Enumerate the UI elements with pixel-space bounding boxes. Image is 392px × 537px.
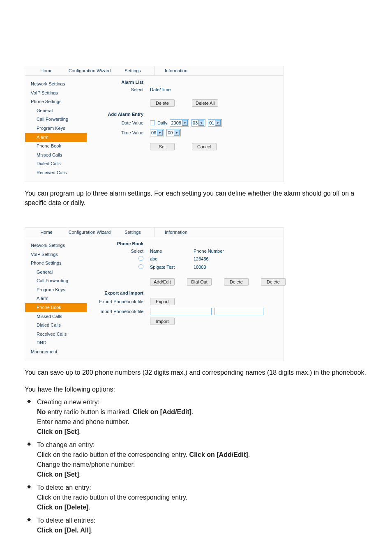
entry-radio[interactable] — [138, 256, 143, 261]
tab-info[interactable]: Information — [154, 228, 198, 237]
dial-out-button[interactable]: Dial Out — [187, 278, 212, 286]
phone-book-heading: Phone Book — [90, 241, 148, 246]
option-title: To delete an entry: — [37, 484, 91, 491]
text: Enter name and phone number. — [37, 417, 367, 427]
text: entry radio button is marked. — [46, 408, 133, 415]
delete-all-button[interactable]: Delete All — [192, 99, 218, 107]
name-header: Name — [150, 249, 191, 254]
text: . — [91, 527, 92, 534]
sidebar-phone[interactable]: Phone Settings — [25, 97, 87, 106]
alarm-description: You can program up to three alarm settin… — [25, 189, 367, 207]
table-row: Spigate Test 10000 — [90, 264, 286, 270]
day-select[interactable]: 01▾ — [208, 119, 222, 127]
option-title: To change an entry: — [37, 441, 95, 448]
phonebook-description: You can save up to 200 phone numbers (32… — [25, 368, 367, 377]
text: . — [248, 451, 250, 458]
sidebar-management[interactable]: Management — [25, 348, 87, 357]
text: Click on the radio button of the corresp… — [37, 451, 189, 458]
export-button[interactable]: Export — [150, 298, 175, 305]
sidebar-general[interactable]: General — [25, 106, 87, 115]
sidebar-voip[interactable]: VoIP Settings — [25, 89, 87, 98]
sidebar-voip[interactable]: VoIP Settings — [25, 250, 87, 259]
entry-radio[interactable] — [138, 264, 143, 269]
import-file-label: Import Phonebook file — [90, 309, 148, 314]
text: . — [79, 471, 81, 478]
number-header: Phone Number — [194, 249, 243, 254]
select-label: Select — [90, 87, 148, 92]
tab-settings[interactable]: Settings — [111, 66, 154, 75]
options-intro: You have the following options: — [25, 385, 367, 394]
sidebar: Network Settings VoIP Settings Phone Set… — [25, 76, 87, 182]
text: Click on the radio button of the corresp… — [37, 493, 367, 502]
sidebar-received[interactable]: Received Calls — [25, 330, 87, 339]
entry-name: Spigate Test — [150, 265, 191, 270]
select-label: Select — [90, 249, 148, 254]
sidebar-dnd[interactable]: DND — [25, 339, 87, 348]
sidebar-callfwd[interactable]: Call Forwarding — [25, 115, 87, 124]
set-button[interactable]: Set — [150, 143, 175, 150]
entry-name: abc — [150, 256, 191, 261]
minute-select[interactable]: 00▾ — [166, 129, 180, 136]
sidebar-progkeys[interactable]: Program Keys — [25, 124, 87, 133]
bold-text: Click on [Set] — [37, 428, 79, 435]
sidebar-alarm[interactable]: Alarm — [25, 294, 87, 303]
chevron-down-icon: ▾ — [198, 120, 204, 126]
sidebar-missed[interactable]: Missed Calls — [25, 151, 87, 160]
sidebar-received[interactable]: Received Calls — [25, 168, 87, 177]
chevron-down-icon: ▾ — [182, 120, 188, 126]
table-row: abc 123456 — [90, 256, 286, 262]
sidebar-missed[interactable]: Missed Calls — [25, 312, 87, 321]
delete-button[interactable]: Delete — [224, 278, 249, 286]
text: . — [88, 504, 90, 511]
text: . — [79, 428, 81, 435]
entry-number: 123456 — [194, 256, 243, 261]
tab-home[interactable]: Home — [25, 228, 68, 237]
sidebar-general[interactable]: General — [25, 268, 87, 277]
import-button[interactable]: Import — [150, 318, 175, 325]
sidebar-phonebook[interactable]: Phone Book — [25, 303, 87, 312]
sidebar-network[interactable]: Network Settings — [25, 241, 87, 250]
tab-wizard[interactable]: Configuration Wizard — [68, 66, 111, 75]
add-edit-button[interactable]: Add/Edit — [150, 278, 175, 286]
phonebook-content: Phone Book Select Name Phone Number abc … — [87, 237, 289, 361]
option-title: Creating a new entry: — [37, 399, 99, 406]
bold-text: Click on [Add/Edit] — [133, 408, 191, 415]
sidebar-dialed[interactable]: Dialed Calls — [25, 321, 87, 330]
month-select[interactable]: 03▾ — [191, 119, 205, 127]
sidebar-callfwd[interactable]: Call Forwarding — [25, 277, 87, 286]
text: Change the name/phone number. — [37, 460, 367, 470]
delete-button[interactable]: Delete — [150, 99, 175, 107]
text: . — [191, 408, 193, 415]
delete-button-2[interactable]: Delete — [261, 278, 286, 286]
list-item: Creating a new entry: No entry radio but… — [25, 397, 367, 437]
tab-home[interactable]: Home — [25, 66, 68, 75]
daily-label: Daily — [157, 120, 167, 125]
sidebar-progkeys[interactable]: Program Keys — [25, 286, 87, 295]
sidebar-phonebook[interactable]: Phone Book — [25, 142, 87, 151]
sidebar-alarm[interactable]: Alarm — [25, 133, 87, 142]
year-select[interactable]: 2008▾ — [170, 119, 189, 127]
chevron-down-icon: ▾ — [174, 130, 180, 136]
sidebar-dialed[interactable]: Dialed Calls — [25, 159, 87, 168]
daily-checkbox[interactable] — [150, 120, 155, 125]
tab-settings[interactable]: Settings — [111, 228, 154, 237]
bold-text: Click on [Add/Edit] — [189, 451, 248, 458]
import-path-input[interactable] — [150, 308, 212, 315]
tab-wizard[interactable]: Configuration Wizard — [68, 228, 111, 237]
sidebar-network[interactable]: Network Settings — [25, 80, 87, 89]
tab-info[interactable]: Information — [154, 66, 198, 75]
sidebar: Network Settings VoIP Settings Phone Set… — [25, 237, 87, 361]
option-title: To delete all entries: — [37, 517, 95, 524]
alarm-content: Alarm List Select Date/Time Delete Delet… — [87, 76, 283, 182]
sidebar-phone[interactable]: Phone Settings — [25, 259, 87, 268]
list-item: To change an entry: Click on the radio b… — [25, 440, 367, 479]
export-file-label: Export Phonebook file — [90, 299, 148, 304]
bold-text: Click on [Del. All] — [37, 527, 91, 534]
cancel-button[interactable]: Cancel — [192, 143, 217, 150]
phonebook-screenshot: Home Configuration Wizard Settings Infor… — [25, 227, 284, 361]
alarm-screenshot: Home Configuration Wizard Settings Infor… — [25, 66, 284, 182]
add-entry-heading: Add Alarm Entry — [90, 112, 148, 117]
export-import-heading: Export and Import — [90, 290, 148, 295]
hour-select[interactable]: 06▾ — [150, 129, 164, 136]
browse-input[interactable] — [214, 308, 263, 315]
